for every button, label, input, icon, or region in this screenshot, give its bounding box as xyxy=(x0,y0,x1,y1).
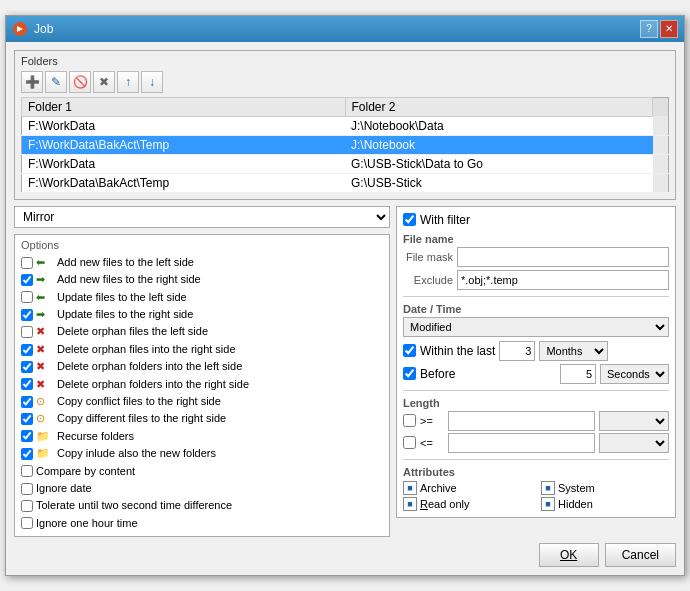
lte-unit-select[interactable] xyxy=(599,433,669,453)
option-row: ⬅Add new files to the left side xyxy=(21,254,383,271)
folders-group: Folders ➕ ✎ 🚫 ✖ ↑ ↓ Folder 1 Folder 2 xyxy=(14,50,676,200)
gte-row: >= xyxy=(403,411,669,431)
option-checkbox[interactable] xyxy=(21,500,33,512)
readonly-checkbox[interactable]: ■ xyxy=(403,497,417,511)
before-checkbox[interactable] xyxy=(403,367,416,380)
file-mask-key: File mask xyxy=(403,251,453,263)
archive-label: Archive xyxy=(420,482,457,494)
option-row: ✖Delete orphan files the left side xyxy=(21,323,383,340)
option-checkbox[interactable] xyxy=(21,361,33,373)
option-row: 📁Recurse folders xyxy=(21,428,383,445)
file-mask-row: File mask xyxy=(403,247,669,267)
attributes-section: Attributes ■ Archive ■ System ■ xyxy=(403,466,669,511)
table-row[interactable]: F:\WorkDataJ:\Notebook\Data xyxy=(22,116,669,135)
folder2-cell: J:\Notebook xyxy=(345,135,653,154)
folder1-cell: F:\WorkData xyxy=(22,116,346,135)
length-section: Length >= <= xyxy=(403,397,669,453)
option-row: ✖Delete orphan folders into the right si… xyxy=(21,376,383,393)
option-checkbox[interactable] xyxy=(21,309,33,321)
folder1-cell: F:\WorkData\BakAct\Temp xyxy=(22,135,346,154)
option-icon: 📁 xyxy=(36,446,54,461)
option-checkbox[interactable] xyxy=(21,344,33,356)
options-list: ⬅Add new files to the left side➡Add new … xyxy=(21,254,383,532)
option-label: Recurse folders xyxy=(57,429,134,444)
delete-folder-button[interactable]: ✖ xyxy=(93,71,115,93)
stop-button[interactable]: 🚫 xyxy=(69,71,91,93)
attributes-label: Attributes xyxy=(403,466,669,478)
system-row: ■ System xyxy=(541,481,669,495)
right-section: With filter File name File mask Exclude xyxy=(396,206,676,518)
lte-input[interactable] xyxy=(448,433,595,453)
gte-input[interactable] xyxy=(448,411,595,431)
date-mode-select[interactable]: Modified Created Accessed xyxy=(403,317,669,337)
option-label: Compare by content xyxy=(36,464,135,479)
move-down-button[interactable]: ↓ xyxy=(141,71,163,93)
exclude-input[interactable] xyxy=(457,270,669,290)
option-checkbox[interactable] xyxy=(21,396,33,408)
option-label: Delete orphan folders into the left side xyxy=(57,359,242,374)
system-checkbox[interactable]: ■ xyxy=(541,481,555,495)
option-label: Ignore one hour time xyxy=(36,516,138,531)
titlebar-buttons: ? ✕ xyxy=(640,20,678,38)
ok-button[interactable]: OK xyxy=(539,543,599,567)
option-label: Copy inlude also the new folders xyxy=(57,446,216,461)
option-checkbox[interactable] xyxy=(21,465,33,477)
file-mask-input[interactable] xyxy=(457,247,669,267)
mode-dropdown[interactable]: MirrorBackupSync xyxy=(14,206,390,228)
gte-label: >= xyxy=(420,415,444,427)
within-value-input[interactable] xyxy=(499,341,535,361)
option-icon: ✖ xyxy=(36,359,54,374)
option-checkbox[interactable] xyxy=(21,517,33,529)
window-title: Job xyxy=(34,22,53,36)
gte-checkbox[interactable] xyxy=(403,414,416,427)
divider1 xyxy=(403,296,669,297)
options-label: Options xyxy=(21,239,383,251)
with-filter-checkbox[interactable] xyxy=(403,213,416,226)
add-folder-button[interactable]: ➕ xyxy=(21,71,43,93)
option-checkbox[interactable] xyxy=(21,274,33,286)
move-up-button[interactable]: ↑ xyxy=(117,71,139,93)
option-icon: ✖ xyxy=(36,342,54,357)
option-checkbox[interactable] xyxy=(21,326,33,338)
gte-unit-select[interactable] xyxy=(599,411,669,431)
option-label: Copy conflict files to the right side xyxy=(57,394,221,409)
table-row[interactable]: F:\WorkData\BakAct\TempG:\USB-Stick xyxy=(22,173,669,192)
before-unit-select[interactable]: Seconds Minutes Hours Days Months Years xyxy=(600,364,669,384)
option-checkbox[interactable] xyxy=(21,291,33,303)
before-row: Before Seconds Minutes Hours Days Months… xyxy=(403,364,669,384)
option-checkbox[interactable] xyxy=(21,483,33,495)
option-icon: ➡ xyxy=(36,307,54,322)
cancel-button[interactable]: Cancel xyxy=(605,543,676,567)
option-checkbox[interactable] xyxy=(21,413,33,425)
option-label: Delete orphan files into the right side xyxy=(57,342,236,357)
option-checkbox[interactable] xyxy=(21,257,33,269)
option-label: Update files to the left side xyxy=(57,290,187,305)
option-row: Tolerate until two second time differenc… xyxy=(21,497,383,514)
folders-toolbar: ➕ ✎ 🚫 ✖ ↑ ↓ xyxy=(21,71,669,93)
edit-folder-button[interactable]: ✎ xyxy=(45,71,67,93)
option-row: ✖Delete orphan files into the right side xyxy=(21,341,383,358)
footer-buttons: OK Cancel xyxy=(14,543,676,567)
file-name-group: File name File mask Exclude xyxy=(403,233,669,290)
exclude-row: Exclude xyxy=(403,270,669,290)
folder2-cell: G:\USB-Stick\Data to Go xyxy=(345,154,653,173)
close-button[interactable]: ✕ xyxy=(660,20,678,38)
within-checkbox[interactable] xyxy=(403,344,416,357)
option-row: 📁Copy inlude also the new folders xyxy=(21,445,383,462)
attributes-grid: ■ Archive ■ System ■ Read only xyxy=(403,481,669,511)
option-checkbox[interactable] xyxy=(21,430,33,442)
option-row: ⊙Copy conflict files to the right side xyxy=(21,393,383,410)
hidden-checkbox[interactable]: ■ xyxy=(541,497,555,511)
archive-checkbox[interactable]: ■ xyxy=(403,481,417,495)
option-checkbox[interactable] xyxy=(21,378,33,390)
table-row[interactable]: F:\WorkDataG:\USB-Stick\Data to Go xyxy=(22,154,669,173)
option-icon: ⬅ xyxy=(36,290,54,305)
option-row: Compare by content xyxy=(21,463,383,480)
length-label: Length xyxy=(403,397,669,409)
help-button[interactable]: ? xyxy=(640,20,658,38)
table-row[interactable]: F:\WorkData\BakAct\TempJ:\Notebook xyxy=(22,135,669,154)
lte-checkbox[interactable] xyxy=(403,436,416,449)
within-unit-select[interactable]: Seconds Minutes Hours Days Months Years xyxy=(539,341,608,361)
before-value-input[interactable] xyxy=(560,364,596,384)
option-checkbox[interactable] xyxy=(21,448,33,460)
